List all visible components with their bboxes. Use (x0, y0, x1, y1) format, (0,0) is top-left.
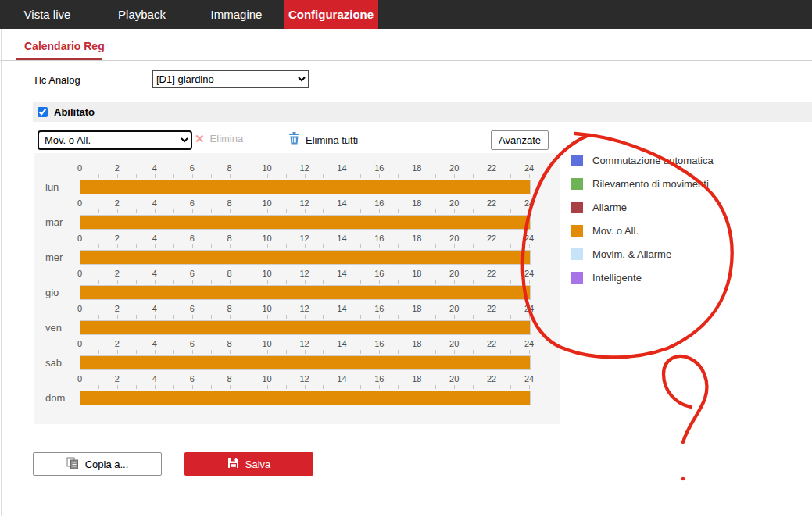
hour-label: 2 (115, 339, 120, 348)
hour-tick (192, 244, 193, 248)
save-label: Salva (245, 459, 271, 470)
hour-tick (80, 280, 80, 284)
timeline-ruler: 024681012141618202224 (80, 198, 531, 234)
hour-label: 0 (77, 163, 82, 173)
schedule-bar[interactable] (80, 250, 531, 265)
hour-tick (360, 209, 361, 213)
hour-label: 22 (487, 163, 496, 173)
hour-tick (492, 315, 492, 319)
hour-tick (510, 385, 511, 389)
hour-tick (155, 315, 156, 319)
hour-label: 4 (152, 269, 157, 278)
schedule-bar[interactable] (80, 391, 531, 405)
hour-label: 10 (262, 304, 271, 313)
legend-item: Movim. & Allarme (571, 242, 714, 266)
hour-label: 18 (412, 304, 421, 313)
hour-tick (529, 385, 530, 389)
schedule-bar[interactable] (80, 285, 531, 300)
hour-label: 4 (152, 304, 157, 313)
copy-to-button[interactable]: Copia a... (33, 452, 162, 476)
hour-tick (98, 350, 99, 354)
hour-label: 14 (337, 374, 346, 384)
delete-label: Elimina (210, 133, 244, 145)
record-type-select[interactable]: Mov. o All. (38, 130, 192, 150)
hour-tick (323, 315, 324, 319)
hour-label: 8 (227, 198, 232, 208)
hour-label: 10 (262, 374, 271, 384)
hour-tick (473, 174, 474, 178)
advanced-button[interactable]: Avanzate (491, 130, 549, 150)
delete-button: ✕ Elimina (195, 133, 243, 145)
hour-tick (342, 350, 342, 354)
hour-tick (454, 350, 455, 354)
tab-calendario-reg[interactable]: Calendario Reg (24, 40, 105, 52)
hour-tick (342, 315, 342, 319)
hour-tick (305, 315, 306, 319)
hour-tick (155, 174, 156, 178)
nav-item-playback[interactable]: Playback (95, 0, 189, 29)
hour-label: 12 (299, 339, 309, 348)
hour-tick (267, 209, 268, 213)
legend-item: Mov. o All. (571, 219, 714, 242)
enabled-label: Abilitato (54, 106, 95, 118)
hour-tick (305, 244, 306, 248)
hour-tick (136, 280, 137, 284)
hour-label: 6 (190, 304, 195, 313)
hour-label: 18 (412, 198, 421, 208)
hour-tick (249, 280, 249, 284)
hour-tick (230, 280, 231, 284)
hour-tick (529, 209, 530, 213)
hour-tick (286, 350, 287, 354)
hour-tick (230, 350, 231, 354)
hour-tick (249, 315, 249, 319)
hour-tick (323, 244, 324, 248)
hour-label: 18 (412, 374, 421, 384)
hour-tick (323, 350, 324, 354)
hour-label: 20 (449, 304, 459, 313)
hour-label: 20 (449, 198, 459, 208)
hour-label: 22 (487, 374, 496, 384)
schedule-row: lun024681012141618202224 (34, 163, 560, 198)
hour-label: 0 (77, 304, 82, 313)
hour-label: 8 (227, 269, 232, 278)
hour-tick (379, 315, 380, 319)
hour-tick (454, 174, 455, 178)
hour-tick (529, 350, 530, 354)
schedule-bar[interactable] (80, 215, 531, 230)
hour-label: 6 (190, 198, 195, 208)
hour-tick (360, 280, 361, 284)
legend-swatch (571, 248, 583, 260)
save-button[interactable]: Salva (184, 452, 313, 476)
hour-tick (249, 385, 249, 389)
schedule-bar[interactable] (80, 320, 531, 335)
camera-field-label: Tlc Analog (33, 74, 80, 86)
hour-label: 20 (449, 269, 459, 278)
hour-label: 8 (227, 234, 232, 243)
schedule-bar[interactable] (80, 180, 531, 194)
camera-select[interactable]: [D1] giardino (152, 70, 309, 88)
hour-tick (510, 244, 511, 248)
nav-item-immagine[interactable]: Immagine (189, 0, 284, 29)
delete-all-button[interactable]: Elimina tutti (289, 132, 358, 148)
legend-swatch (571, 202, 583, 213)
hour-label: 16 (374, 163, 384, 173)
enabled-checkbox[interactable] (38, 107, 48, 117)
timeline-ruler: 024681012141618202224 (80, 234, 531, 269)
hour-tick (267, 385, 268, 389)
hour-label: 4 (152, 234, 157, 243)
schedule-bar[interactable] (80, 355, 531, 370)
hour-tick (286, 315, 287, 319)
hour-label: 6 (190, 269, 195, 278)
hour-tick (117, 315, 118, 319)
hour-tick (80, 350, 80, 354)
hour-tick (136, 350, 137, 354)
hour-label: 10 (262, 339, 271, 348)
nav-item-vista-live[interactable]: Vista live (0, 0, 95, 29)
nav-item-configurazione[interactable]: Configurazione (284, 0, 378, 29)
hour-tick (286, 244, 287, 248)
hour-tick (192, 350, 193, 354)
legend-label: Movim. & Allarme (592, 248, 671, 260)
hour-tick (417, 315, 417, 319)
hour-tick (80, 174, 80, 178)
hour-tick (435, 315, 436, 319)
